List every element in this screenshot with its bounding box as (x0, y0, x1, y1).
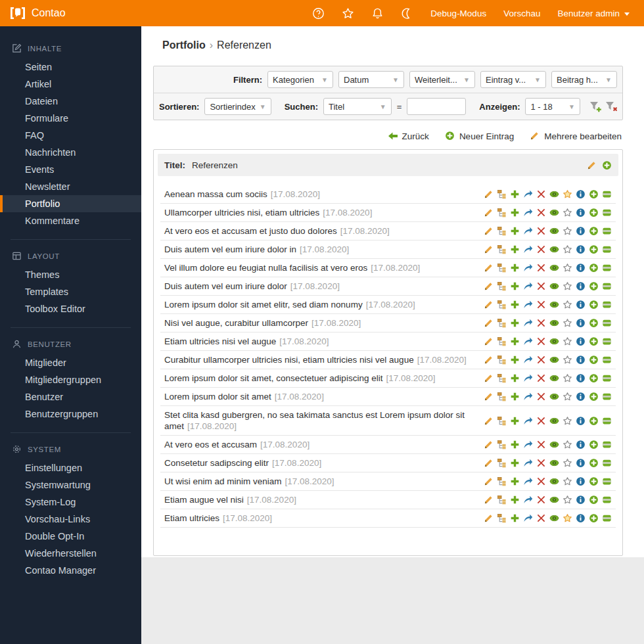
toggle-visibility-icon[interactable] (549, 476, 559, 486)
paste-after-icon[interactable] (602, 495, 612, 505)
feature-star-icon[interactable] (563, 476, 572, 486)
new-after-icon[interactable] (589, 440, 599, 449)
breadcrumb-parent[interactable]: Portfolio (162, 39, 206, 51)
edit-children-icon[interactable] (497, 392, 507, 402)
toggle-visibility-icon[interactable] (549, 392, 559, 402)
filter-select-kategorien[interactable]: Kategorien▼ (267, 71, 333, 88)
delete-icon[interactable] (536, 513, 546, 523)
edit-pencil-icon[interactable] (484, 244, 494, 254)
edit-children-icon[interactable] (497, 244, 507, 254)
sidebar-item-themes[interactable]: Themes (0, 266, 141, 283)
info-icon[interactable] (576, 476, 586, 486)
toggle-visibility-icon[interactable] (549, 281, 559, 291)
mehrere-bearbeiten-button[interactable]: Mehrere bearbeiten (530, 131, 622, 141)
edit-children-icon[interactable] (497, 263, 507, 273)
toggle-visibility-icon[interactable] (549, 318, 559, 328)
edit-children-icon[interactable] (497, 300, 507, 310)
sidebar-item-einstellungen[interactable]: Einstellungen (0, 459, 141, 476)
feature-star-icon[interactable] (563, 440, 572, 449)
paste-after-icon[interactable] (602, 513, 612, 523)
edit-pencil-icon[interactable] (484, 318, 494, 328)
sidebar-item-system-log[interactable]: System-Log (0, 494, 141, 511)
toggle-visibility-icon[interactable] (549, 495, 559, 505)
cut-move-icon[interactable] (523, 189, 533, 199)
copy-icon[interactable] (510, 392, 520, 402)
feature-star-icon[interactable] (563, 392, 572, 402)
paste-after-icon[interactable] (602, 189, 612, 199)
sidebar-item-nachrichten[interactable]: Nachrichten (0, 144, 141, 161)
delete-icon[interactable] (536, 226, 546, 236)
sidebar-item-formulare[interactable]: Formulare (0, 110, 141, 127)
info-icon[interactable] (576, 392, 586, 402)
paste-after-icon[interactable] (602, 300, 612, 310)
cut-move-icon[interactable] (523, 263, 533, 273)
toggle-visibility-icon[interactable] (549, 513, 559, 523)
paste-after-icon[interactable] (602, 373, 612, 383)
edit-children-icon[interactable] (497, 208, 507, 218)
new-after-icon[interactable] (589, 392, 599, 402)
delete-icon[interactable] (536, 476, 546, 486)
new-after-icon[interactable] (589, 495, 599, 505)
feature-star-icon[interactable] (563, 226, 572, 236)
new-after-icon[interactable] (589, 300, 599, 310)
sidebar-item-templates[interactable]: Templates (0, 283, 141, 300)
new-after-icon[interactable] (589, 476, 599, 486)
edit-pencil-icon[interactable] (484, 189, 494, 199)
copy-icon[interactable] (510, 476, 520, 486)
edit-children-icon[interactable] (497, 495, 507, 505)
edit-children-icon[interactable] (497, 189, 507, 199)
edit-children-icon[interactable] (497, 355, 507, 365)
info-icon[interactable] (576, 513, 586, 523)
toggle-visibility-icon[interactable] (549, 336, 559, 346)
filter-select-beitrag-h[interactable]: Beitrag h...▼ (551, 71, 617, 88)
info-icon[interactable] (576, 208, 586, 218)
new-after-icon[interactable] (589, 189, 599, 199)
info-icon[interactable] (576, 416, 586, 426)
paste-after-icon[interactable] (602, 281, 612, 291)
delete-icon[interactable] (536, 208, 546, 218)
new-after-icon[interactable] (589, 416, 599, 426)
edit-children-icon[interactable] (497, 336, 507, 346)
debug-mode-link[interactable]: Debug-Modus (430, 9, 486, 18)
edit-pencil-icon[interactable] (484, 458, 494, 468)
info-icon[interactable] (576, 318, 586, 328)
edit-pencil-icon[interactable] (484, 208, 494, 218)
new-after-icon[interactable] (589, 373, 599, 383)
toggle-visibility-icon[interactable] (549, 300, 559, 310)
toggle-visibility-icon[interactable] (549, 226, 559, 236)
edit-pencil-icon[interactable] (484, 226, 494, 236)
paste-after-icon[interactable] (602, 458, 612, 468)
new-plus-icon[interactable] (602, 160, 612, 170)
neuer-eintrag-button[interactable]: Neuer Eintrag (445, 131, 514, 141)
edit-pencil-icon[interactable] (484, 336, 494, 346)
new-after-icon[interactable] (589, 208, 599, 218)
new-after-icon[interactable] (589, 458, 599, 468)
delete-icon[interactable] (536, 336, 546, 346)
paste-after-icon[interactable] (602, 263, 612, 273)
paste-after-icon[interactable] (602, 355, 612, 365)
help-icon[interactable] (312, 7, 325, 20)
edit-children-icon[interactable] (497, 373, 507, 383)
favorites-star-icon[interactable] (342, 7, 354, 20)
user-menu[interactable]: Benutzer admin (557, 9, 630, 18)
paste-after-icon[interactable] (602, 318, 612, 328)
sidebar-item-mitglieder[interactable]: Mitglieder (0, 354, 141, 371)
cut-move-icon[interactable] (523, 440, 533, 449)
info-icon[interactable] (576, 440, 586, 449)
cut-move-icon[interactable] (523, 373, 533, 383)
toggle-visibility-icon[interactable] (549, 440, 559, 449)
filter-select-eintrag-v[interactable]: Eintrag v...▼ (480, 71, 546, 88)
copy-icon[interactable] (510, 189, 520, 199)
sidebar-item-faq[interactable]: FAQ (0, 127, 141, 144)
paste-after-icon[interactable] (602, 392, 612, 402)
info-icon[interactable] (576, 189, 586, 199)
copy-icon[interactable] (510, 336, 520, 346)
feature-star-icon[interactable] (563, 458, 572, 468)
delete-icon[interactable] (536, 416, 546, 426)
copy-icon[interactable] (510, 416, 520, 426)
edit-pencil-icon[interactable] (484, 513, 494, 523)
filter-select-datum[interactable]: Datum▼ (338, 71, 404, 88)
toggle-visibility-icon[interactable] (549, 208, 559, 218)
info-icon[interactable] (576, 458, 586, 468)
sidebar-item-double-opt-in[interactable]: Double Opt-In (0, 528, 141, 545)
